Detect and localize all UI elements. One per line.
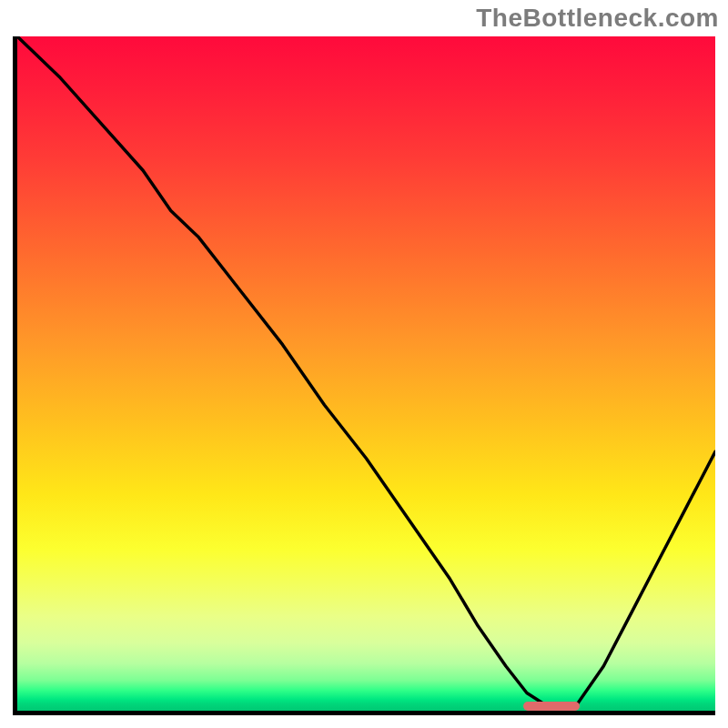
- optimal-range-marker: [523, 702, 580, 711]
- watermark-text: TheBottleneck.com: [476, 4, 719, 33]
- chart-frame: TheBottleneck.com: [0, 0, 728, 728]
- bottleneck-curve: [17, 36, 715, 706]
- plot-area: [13, 36, 715, 715]
